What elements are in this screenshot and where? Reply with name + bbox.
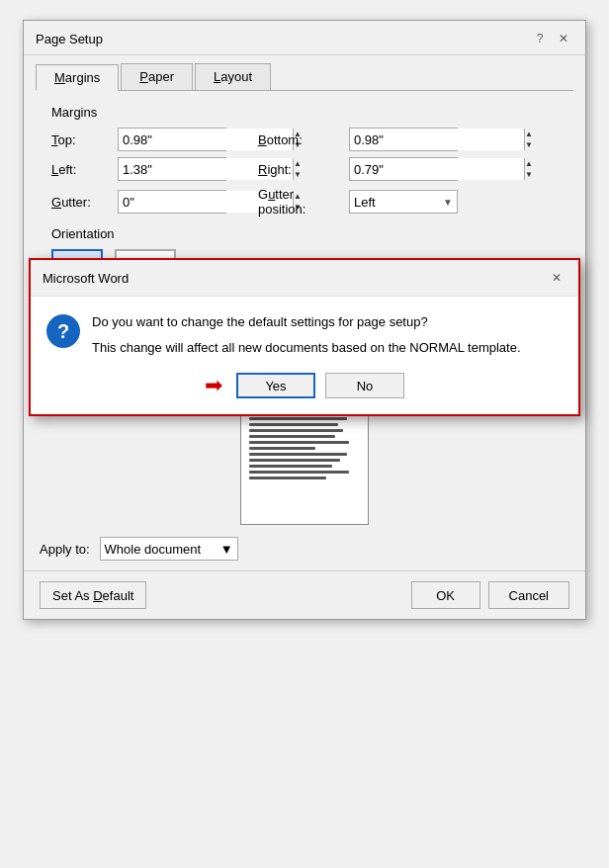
tab-margins-label: Margins xyxy=(54,70,100,85)
tab-paper[interactable]: Paper xyxy=(121,63,193,90)
preview-line-16 xyxy=(249,465,332,468)
preview-line-13 xyxy=(249,447,315,450)
preview-line-10 xyxy=(249,429,343,432)
preview-line-14 xyxy=(249,453,347,456)
right-spin-buttons: ▲ ▼ xyxy=(524,158,533,180)
word-dialog-body: ? Do you want to change the default sett… xyxy=(31,297,578,369)
tab-margins[interactable]: Margins xyxy=(36,64,119,91)
arrow-indicator-icon: ➡ xyxy=(205,373,222,398)
gutter-position-label: Gutter position: xyxy=(258,187,305,217)
bottom-spin-down[interactable]: ▼ xyxy=(525,139,533,150)
set-default-label: Set As Default xyxy=(52,588,133,603)
left-spin[interactable]: ▲ ▼ xyxy=(118,157,226,181)
word-dialog-line2: This change will affect all new document… xyxy=(92,338,521,358)
question-icon: ? xyxy=(46,314,80,348)
cancel-button[interactable]: Cancel xyxy=(488,581,569,609)
tab-layout[interactable]: Layout xyxy=(195,63,271,90)
preview-line-17 xyxy=(249,471,349,474)
bottom-label: Bottom: xyxy=(258,132,303,147)
bottom-buttons: Set As Default OK Cancel xyxy=(24,570,585,619)
apply-to-select[interactable]: Whole document ▼ xyxy=(100,537,238,561)
close-button[interactable]: ✕ xyxy=(554,29,573,48)
right-label: Right: xyxy=(258,162,292,177)
left-label: Left: xyxy=(51,162,76,177)
preview-line-9 xyxy=(249,423,338,426)
right-spin[interactable]: ▲ ▼ xyxy=(349,157,458,181)
orientation-label: Orientation xyxy=(51,226,558,241)
right-spin-down[interactable]: ▼ xyxy=(525,169,533,180)
gutter-spin[interactable]: ▲ ▼ xyxy=(118,190,226,214)
page-setup-dialog: Page Setup ? ✕ Margins Paper Layout Marg… xyxy=(23,20,586,620)
gutter-label: Gutter: xyxy=(51,195,91,210)
right-spin-up[interactable]: ▲ xyxy=(525,158,533,169)
apply-to-row: Apply to: Whole document ▼ xyxy=(40,537,569,561)
word-dialog-text-block: Do you want to change the default settin… xyxy=(92,312,521,357)
question-icon-label: ? xyxy=(57,320,69,343)
title-bar-controls: ? ✕ xyxy=(530,29,573,48)
bottom-input[interactable] xyxy=(350,129,524,150)
help-button[interactable]: ? xyxy=(530,29,550,48)
top-spin[interactable]: ▲ ▼ xyxy=(118,128,226,151)
preview-line-8 xyxy=(249,417,347,420)
apply-to-label: Apply to: xyxy=(40,542,90,557)
tabs-row: Margins Paper Layout xyxy=(24,55,585,90)
yes-button[interactable]: Yes xyxy=(236,373,315,398)
apply-to-value: Whole document xyxy=(105,542,202,557)
preview-line-15 xyxy=(249,459,340,462)
gutter-position-value: Left xyxy=(354,195,376,210)
dialog-title: Page Setup xyxy=(36,32,103,46)
bottom-spin[interactable]: ▲ ▼ xyxy=(349,128,458,151)
margins-section-label: Margins xyxy=(51,105,558,120)
word-dialog: Microsoft Word ✕ ? Do you want to change… xyxy=(29,258,580,416)
word-dialog-close-button[interactable]: ✕ xyxy=(547,268,566,288)
title-bar: Page Setup ? ✕ xyxy=(24,21,585,55)
chevron-down-icon: ▼ xyxy=(443,197,453,208)
word-dialog-line1: Do you want to change the default settin… xyxy=(92,312,521,332)
apply-to-chevron-icon: ▼ xyxy=(220,542,233,557)
bottom-spin-up[interactable]: ▲ xyxy=(525,129,533,139)
word-dialog-title-bar: Microsoft Word ✕ xyxy=(31,260,578,297)
tab-paper-label: Paper xyxy=(139,69,174,84)
no-button[interactable]: No xyxy=(325,373,404,398)
gutter-position-select[interactable]: Left ▼ xyxy=(349,190,458,214)
preview-line-12 xyxy=(249,441,349,444)
right-input[interactable] xyxy=(350,158,524,180)
preview-line-18 xyxy=(249,477,326,479)
word-dialog-overlay: Microsoft Word ✕ ? Do you want to change… xyxy=(19,258,590,416)
word-dialog-title: Microsoft Word xyxy=(43,271,129,286)
top-label: Top: xyxy=(51,132,76,147)
tab-layout-label: Layout xyxy=(214,69,252,84)
preview-line-11 xyxy=(249,435,335,438)
word-dialog-buttons: ➡ Yes No xyxy=(31,369,578,414)
set-default-button[interactable]: Set As Default xyxy=(40,581,146,609)
ok-button[interactable]: OK xyxy=(411,581,480,609)
bottom-spin-buttons: ▲ ▼ xyxy=(524,129,533,150)
